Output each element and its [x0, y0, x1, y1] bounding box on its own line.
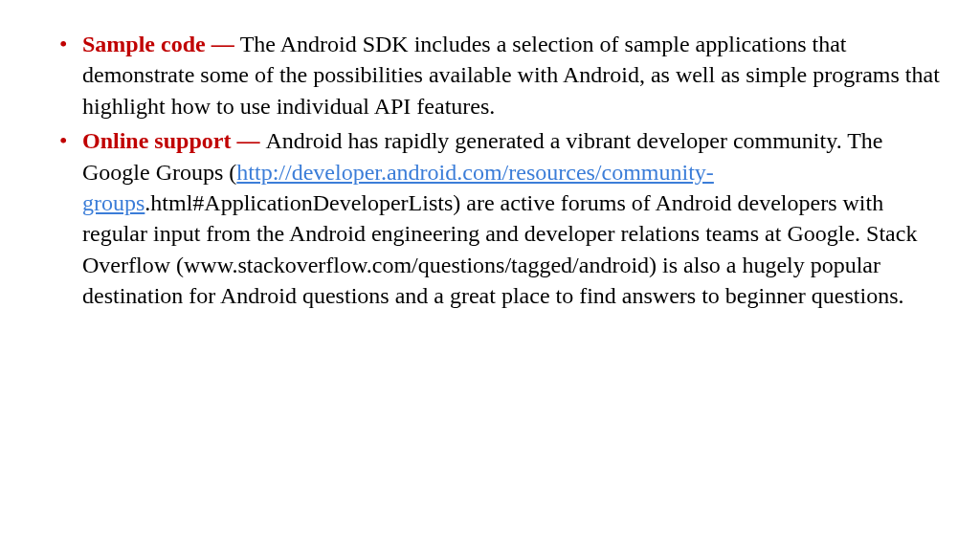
list-item: Online support — Android has rapidly gen… [59, 125, 942, 311]
item-term: Online support — [82, 128, 265, 153]
bullet-list: Sample code — The Android SDK includes a… [38, 29, 942, 312]
item-term: Sample code — [82, 32, 240, 56]
list-item: Sample code — The Android SDK includes a… [59, 29, 942, 121]
item-body-after: .html#ApplicationDeveloperLists) are act… [82, 190, 917, 308]
